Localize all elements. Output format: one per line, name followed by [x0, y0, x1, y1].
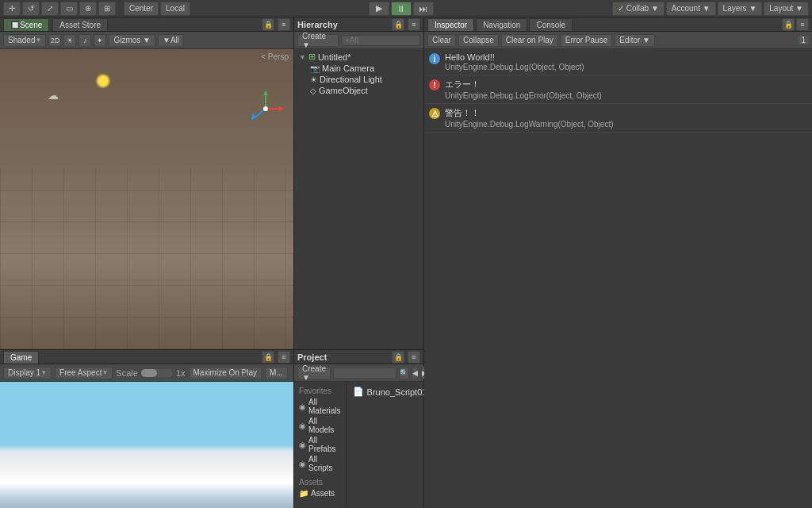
project-lock-icon[interactable]: 🔒: [392, 351, 404, 364]
console-entry-warning[interactable]: ⚠ 警告！！ UnityEngine.Debug.LogWarning(Obje…: [424, 104, 812, 133]
tab-navigation[interactable]: Navigation: [476, 18, 527, 31]
hier-arrow-icon: ▼: [299, 53, 306, 61]
scene-options-icon[interactable]: ≡: [278, 18, 290, 31]
collapse-button[interactable]: Collapse: [458, 34, 499, 47]
game-lock-icon[interactable]: 🔒: [262, 351, 274, 364]
tab-console[interactable]: Console: [529, 18, 573, 31]
hier-item-gameobject[interactable]: ◇ GameObject: [296, 85, 422, 96]
proj-all-scripts[interactable]: ◉ All Scripts: [296, 454, 344, 473]
assets-header: Assets: [296, 476, 344, 488]
proj-all-models[interactable]: ◉ All Models: [296, 416, 344, 435]
audio-icon[interactable]: ♪: [79, 34, 91, 47]
tab-scene[interactable]: 🔲 Scene: [3, 18, 49, 31]
play-button[interactable]: ▶: [369, 2, 389, 16]
console-entry-error[interactable]: ! エラー！ UnityEngine.Debug.LogError(Object…: [424, 75, 812, 104]
hier-item-main-camera[interactable]: 📷 Main Camera: [296, 63, 422, 74]
project-create-button[interactable]: Create ▼: [297, 367, 331, 379]
proj-materials-label: All Materials: [308, 398, 341, 415]
layers-label: Layers ▼: [723, 4, 757, 13]
all-dropdown[interactable]: ▼All: [158, 34, 184, 47]
proj-all-prefabs[interactable]: ◉ All Prefabs: [296, 435, 344, 454]
console-entry-info[interactable]: i Hello World!! UnityEngine.Debug.Log(Ob…: [424, 49, 812, 75]
gizmos-dropdown[interactable]: Gizmos ▼: [109, 34, 155, 47]
mute-button[interactable]: M...: [265, 367, 288, 379]
layers-button[interactable]: Layers ▼: [718, 2, 763, 16]
collab-button[interactable]: ✓ Collab ▼: [612, 2, 665, 16]
game-toolbar: Display 1 ▼ Free Aspect ▼ Scale 1x Maxim…: [0, 364, 293, 382]
shaded-dropdown[interactable]: Shaded ▼: [3, 34, 46, 47]
svg-marker-5: [251, 114, 256, 121]
tab-inspector[interactable]: Inspector: [427, 18, 474, 31]
project-options-icon[interactable]: ≡: [408, 351, 420, 364]
center-button[interactable]: Center: [124, 2, 159, 16]
maximize-on-play-button[interactable]: Maximize On Play: [189, 367, 262, 379]
scene-lock-icon[interactable]: 🔒: [262, 18, 274, 31]
hier-label-directional-light: Directional Light: [320, 75, 382, 84]
svg-marker-1: [263, 90, 268, 95]
gameobject-icon: ◇: [310, 87, 316, 95]
account-label: Account ▼: [672, 4, 710, 13]
light-icon[interactable]: ☀: [63, 34, 76, 47]
materials-icon: ◉: [299, 402, 306, 411]
scene-tab-header: 🔲 Scene Asset Store 🔒 ≡: [0, 17, 293, 32]
inspector-lock-icon[interactable]: 🔒: [782, 18, 795, 31]
hierarchy-options-icon[interactable]: ≡: [408, 18, 420, 31]
transform-icon[interactable]: ✛: [3, 2, 21, 16]
proj-file-label: Bruno_Script01: [367, 387, 427, 397]
svg-marker-3: [279, 106, 284, 111]
project-search-input[interactable]: [333, 368, 396, 379]
snap-icon[interactable]: ⊞: [98, 2, 116, 16]
2d-button[interactable]: 2D: [48, 34, 61, 47]
proj-assets-label: Assets: [311, 489, 335, 498]
hierarchy-search-input[interactable]: [341, 35, 420, 46]
rotate-icon[interactable]: ↺: [22, 2, 40, 16]
proj-file-bruno-script[interactable]: 📄 Bruno_Script01: [350, 385, 431, 398]
game-viewport[interactable]: [0, 382, 293, 508]
scale-icon[interactable]: ⤢: [41, 2, 59, 16]
project-search-icon[interactable]: 🔍: [399, 367, 409, 379]
tab-asset-store[interactable]: Asset Store: [52, 18, 108, 31]
hier-item-untitled[interactable]: ▼ ⊞ Untitled*: [296, 51, 422, 63]
game-options-icon[interactable]: ≡: [278, 351, 290, 364]
hierarchy-toolbar: Create ▼: [294, 32, 423, 49]
step-button[interactable]: ⏭: [413, 2, 434, 16]
folder-icon: 📁: [299, 489, 308, 498]
inspector-options-icon[interactable]: ≡: [796, 18, 809, 31]
warning-detail: UnityEngine.Debug.LogWarning(Object, Obj…: [445, 120, 807, 129]
hierarchy-lock-icon[interactable]: 🔒: [392, 18, 404, 31]
aspect-dropdown[interactable]: Free Aspect ▼: [55, 367, 113, 379]
clear-on-play-button[interactable]: Clear on Play: [501, 34, 558, 47]
display-dropdown[interactable]: Display 1 ▼: [3, 367, 52, 379]
warning-message: 警告！！: [445, 107, 807, 119]
layout-button[interactable]: Layout ▼: [764, 2, 809, 16]
proj-all-materials[interactable]: ◉ All Materials: [296, 397, 344, 416]
scene-file-icon: ⊞: [308, 52, 316, 62]
account-button[interactable]: Account ▼: [666, 2, 716, 16]
pause-button[interactable]: ⏸: [391, 2, 412, 16]
hier-label-untitled: Untitled*: [318, 52, 351, 62]
console-toolbar: Clear Collapse Clear on Play Error Pause…: [424, 32, 812, 49]
proj-assets-folder[interactable]: 📁 Assets: [296, 488, 344, 498]
scene-viewport[interactable]: ☁: [0, 49, 293, 349]
effects-icon[interactable]: ✦: [94, 34, 106, 47]
error-pause-button[interactable]: Error Pause: [561, 34, 612, 47]
favorites-header: Favorites: [296, 385, 344, 397]
local-button[interactable]: Local: [160, 2, 190, 16]
hierarchy-list: ▼ ⊞ Untitled* 📷 Main Camera ☀ Directiona…: [294, 49, 423, 349]
editor-dropdown[interactable]: Editor ▼: [615, 34, 655, 47]
project-title: Project: [297, 352, 327, 362]
rect-icon[interactable]: ▭: [60, 2, 78, 16]
move2d-icon[interactable]: ⊕: [79, 2, 97, 16]
hier-item-directional-light[interactable]: ☀ Directional Light: [296, 74, 422, 85]
scripts-icon: ◉: [299, 460, 306, 468]
project-nav-back-icon[interactable]: ◀: [412, 367, 419, 379]
persp-label: < Persp: [261, 52, 289, 61]
console-count-badge: 1: [798, 36, 809, 44]
scale-label: Scale: [116, 368, 138, 378]
hierarchy-panel: Hierarchy 🔒 ≡ Create ▼ ▼ ⊞ Untitled*: [293, 17, 424, 508]
tab-game[interactable]: Game: [3, 351, 39, 364]
layout-label: Layout ▼: [769, 4, 803, 13]
clear-button[interactable]: Clear: [427, 34, 456, 47]
main-layout: 🔲 Scene Asset Store 🔒 ≡ Shaded ▼ 2D: [0, 17, 812, 508]
hierarchy-create-button[interactable]: Create ▼: [297, 34, 339, 47]
